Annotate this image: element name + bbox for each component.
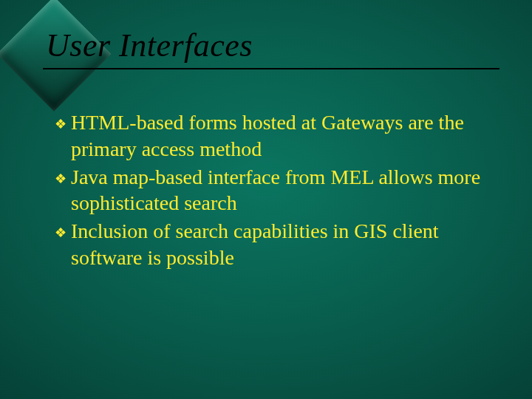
list-item-text: HTML-based forms hosted at Gateways are … bbox=[71, 111, 464, 160]
slide-title: User Interfaces bbox=[46, 27, 253, 64]
diamond-bullet-icon: ❖ bbox=[55, 116, 71, 133]
diamond-bullet-icon: ❖ bbox=[55, 171, 71, 188]
list-item: ❖Inclusion of search capabilities in GIS… bbox=[55, 218, 488, 271]
bullet-list: ❖HTML-based forms hosted at Gateways are… bbox=[55, 109, 488, 273]
list-item-text: Inclusion of search capabilities in GIS … bbox=[71, 219, 439, 269]
list-item-text: Java map-based interface from MEL allows… bbox=[71, 166, 480, 215]
title-underline bbox=[43, 68, 499, 69]
list-item: ❖Java map-based interface from MEL allow… bbox=[55, 164, 488, 217]
list-item: ❖HTML-based forms hosted at Gateways are… bbox=[55, 109, 488, 163]
slide: User Interfaces ❖HTML-based forms hosted… bbox=[0, 0, 532, 399]
diamond-bullet-icon: ❖ bbox=[55, 225, 71, 242]
